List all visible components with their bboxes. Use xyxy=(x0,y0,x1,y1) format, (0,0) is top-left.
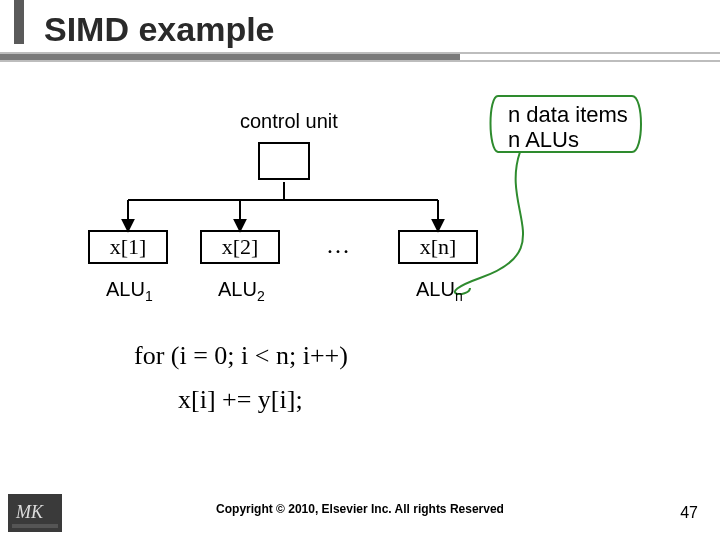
control-unit-label: control unit xyxy=(240,110,338,133)
alu-label-2: ALU2 xyxy=(218,278,265,304)
logo-text: MK xyxy=(15,502,44,522)
publisher-logo: MK xyxy=(8,494,62,532)
wiring-diagram xyxy=(0,0,720,540)
copyright: Copyright © 2010, Elsevier Inc. All righ… xyxy=(0,502,720,516)
alu-sub-2: 2 xyxy=(257,288,265,304)
x-box-1-label: x[1] xyxy=(110,234,147,259)
page-number: 47 xyxy=(680,504,698,522)
x-box-2: x[2] xyxy=(200,230,280,264)
alu-text-n: ALU xyxy=(416,278,455,300)
alu-text-2: ALU xyxy=(218,278,257,300)
x-box-n-label: x[n] xyxy=(420,234,457,259)
alu-label-1: ALU1 xyxy=(106,278,153,304)
x-box-n: x[n] xyxy=(398,230,478,264)
code-line-2: x[i] += y[i]; xyxy=(178,378,348,422)
ellipsis: … xyxy=(326,232,350,259)
alu-sub-n: n xyxy=(455,288,463,304)
legend-line1: n data items xyxy=(508,102,628,127)
code-line-1: for (i = 0; i < n; i++) xyxy=(134,334,348,378)
alu-sub-1: 1 xyxy=(145,288,153,304)
divider-thin-bot xyxy=(0,60,720,62)
alu-label-n: ALUn xyxy=(416,278,463,304)
code-block: for (i = 0; i < n; i++) x[i] += y[i]; xyxy=(134,334,348,422)
slide-title: SIMD example xyxy=(44,10,275,49)
x-box-2-label: x[2] xyxy=(222,234,259,259)
control-unit-box xyxy=(258,142,310,180)
title-accent xyxy=(14,0,24,44)
legend: n data items n ALUs xyxy=(508,102,628,153)
alu-text-1: ALU xyxy=(106,278,145,300)
legend-line2: n ALUs xyxy=(508,127,628,152)
x-box-1: x[1] xyxy=(88,230,168,264)
svg-rect-6 xyxy=(12,524,58,528)
